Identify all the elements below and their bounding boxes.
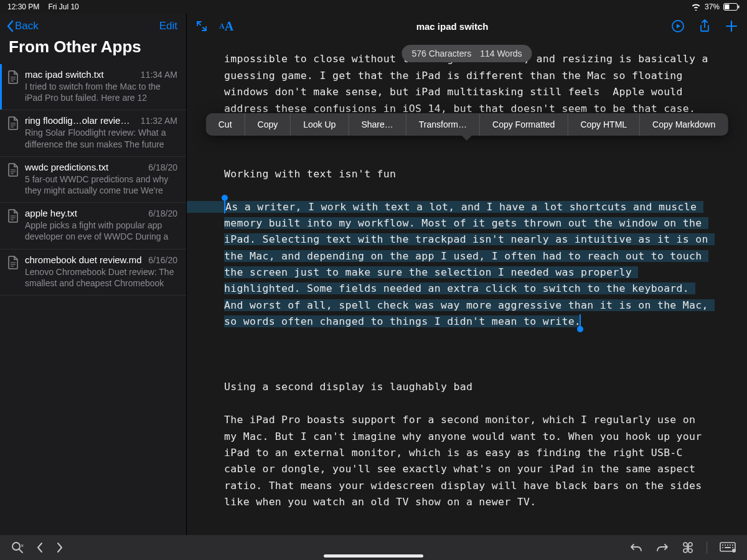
file-preview: 5 far-out WWDC predictions and why they …	[25, 174, 177, 196]
context-menu-item[interactable]: Copy	[245, 113, 291, 136]
file-preview: Ring Solar Floodlight review: What a dif…	[25, 127, 177, 149]
document-icon	[7, 70, 19, 103]
context-menu-item[interactable]: Copy HTML	[568, 113, 640, 136]
file-preview: Lenovo Chromebook Duet review: The small…	[25, 266, 177, 289]
divider	[707, 541, 707, 554]
file-list[interactable]: mac ipad switch.txt 11:34 AM I tried to …	[0, 64, 186, 535]
edit-button[interactable]: Edit	[159, 20, 177, 32]
context-menu-item[interactable]: Transform…	[406, 113, 480, 136]
back-button[interactable]: Back	[6, 20, 39, 32]
svg-point-12	[722, 547, 723, 548]
paragraph: The iPad Pro boasts support for a second…	[224, 414, 708, 508]
editor-toolbar: AA mac ipad switch	[187, 14, 747, 39]
file-item[interactable]: ring floodlig…olar review.txt 11:32 AM R…	[0, 110, 186, 156]
status-date: Fri Jul 10	[48, 2, 78, 11]
selected-text: As a writer, I work with text a lot, and…	[224, 201, 715, 328]
document-title: mac ipad switch	[245, 21, 660, 32]
svg-point-8	[725, 544, 726, 546]
svg-point-7	[722, 544, 723, 546]
back-label: Back	[15, 20, 39, 32]
undo-icon[interactable]	[629, 542, 643, 553]
context-menu-item[interactable]: Cut	[206, 113, 245, 136]
context-menu-item[interactable]: Look Up	[291, 113, 349, 136]
preview-icon[interactable]	[671, 19, 685, 33]
context-menu-item[interactable]: Copy Formatted	[480, 113, 568, 136]
document-icon	[7, 209, 19, 242]
svg-rect-14	[725, 547, 731, 548]
document-icon	[7, 256, 19, 289]
file-preview: I tried to switch from the Mac to the iP…	[25, 81, 177, 103]
status-time: 12:30 PM	[7, 2, 39, 11]
wifi-icon	[691, 3, 701, 11]
file-item[interactable]: chromebook duet review.md 6/16/20 Lenovo…	[0, 250, 186, 296]
file-item[interactable]: wwdc predictions.txt 6/18/20 5 far-out W…	[0, 157, 186, 203]
context-menu-item[interactable]: Share…	[349, 113, 406, 136]
context-menu-item[interactable]: Copy Markdown	[640, 113, 728, 136]
svg-point-10	[730, 544, 731, 546]
document-icon	[7, 116, 19, 149]
svg-point-9	[727, 544, 728, 546]
file-name: ring floodlig…olar review.txt	[25, 115, 136, 126]
redo-icon[interactable]	[655, 542, 669, 553]
sidebar-title: From Other Apps	[0, 36, 186, 64]
svg-point-11	[732, 544, 733, 546]
chevron-left-icon	[6, 20, 14, 32]
file-name: wwdc predictions.txt	[25, 162, 143, 172]
share-icon[interactable]	[698, 19, 711, 34]
file-time: 11:34 AM	[141, 70, 177, 80]
battery-percent: 37%	[705, 2, 720, 11]
heading: Using a second display is laughably bad	[224, 381, 472, 393]
svg-rect-1	[725, 4, 730, 9]
search-icon[interactable]: ×	[11, 541, 24, 554]
text-context-menu: CutCopyLook UpShare…Transform…Copy Forma…	[206, 113, 728, 136]
svg-text:×: ×	[21, 543, 24, 549]
svg-point-4	[12, 543, 20, 550]
file-item[interactable]: apple hey.txt 6/18/20 Apple picks a figh…	[0, 203, 186, 249]
text-size-icon[interactable]: AA	[219, 19, 233, 34]
document-icon	[7, 163, 19, 196]
heading: Working with text isn't fun	[224, 168, 396, 180]
editor-pane: AA mac ipad switch 576 Characters 114 Wo…	[187, 14, 747, 535]
sidebar: Back Edit From Other Apps mac ipad switc…	[0, 14, 187, 535]
battery-icon	[723, 3, 740, 11]
char-count: 576 Characters	[411, 49, 471, 58]
file-time: 6/18/20	[148, 162, 177, 172]
svg-rect-2	[738, 6, 740, 9]
add-icon[interactable]	[725, 19, 738, 33]
svg-point-15	[732, 549, 736, 553]
file-name: mac ipad switch.txt	[25, 69, 136, 80]
keyboard-icon[interactable]	[720, 542, 736, 553]
file-time: 6/18/20	[148, 208, 177, 218]
home-indicator[interactable]	[324, 554, 423, 558]
file-name: chromebook duet review.md	[25, 254, 143, 265]
word-count: 114 Words	[480, 49, 522, 58]
command-icon[interactable]	[682, 541, 694, 554]
file-name: apple hey.txt	[25, 208, 143, 218]
file-preview: Apple picks a fight with popular app dev…	[25, 220, 177, 242]
stats-pill: 576 Characters 114 Words	[402, 45, 532, 62]
file-time: 11:32 AM	[141, 116, 177, 126]
next-icon[interactable]	[56, 542, 63, 553]
svg-point-13	[732, 547, 733, 548]
status-bar: 12:30 PM Fri Jul 10 37%	[0, 0, 747, 14]
prev-icon[interactable]	[36, 542, 44, 553]
file-item[interactable]: mac ipad switch.txt 11:34 AM I tried to …	[0, 64, 186, 110]
expand-icon[interactable]	[195, 20, 208, 32]
file-time: 6/16/20	[148, 255, 177, 265]
